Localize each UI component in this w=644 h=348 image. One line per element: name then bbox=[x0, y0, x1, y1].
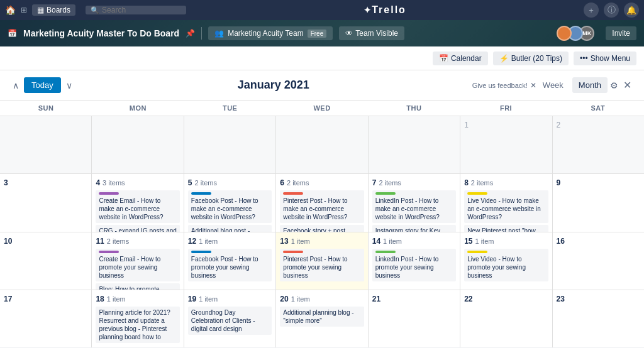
prev-month-btn[interactable]: ∧ bbox=[10, 78, 21, 93]
weekday-sun: SUN bbox=[0, 101, 92, 116]
search-input[interactable] bbox=[102, 6, 177, 14]
date-number: 10 bbox=[4, 237, 12, 246]
card-text: Instagram story for Key ... bbox=[375, 227, 447, 231]
cal-cell[interactable] bbox=[184, 116, 275, 173]
boards-button[interactable]: ▦ Boards bbox=[32, 4, 75, 16]
cal-cell[interactable]: 17 bbox=[0, 290, 91, 347]
butler-btn[interactable]: ⚡ Butler (20 Tips) bbox=[493, 52, 569, 65]
cal-header: ∧ Today ∨ January 2021 Give us feedback!… bbox=[0, 70, 644, 101]
cal-cell[interactable]: 43 itemsCreate Email - How to make an e-… bbox=[92, 174, 183, 231]
calendar-card[interactable]: Additional planning blog - "simple more" bbox=[280, 307, 364, 327]
card-label bbox=[283, 192, 303, 195]
date-number: 11 bbox=[96, 237, 104, 246]
team-badge[interactable]: 👥 Marketing Acuity Team Free bbox=[208, 26, 333, 40]
cal-cell[interactable] bbox=[0, 116, 91, 173]
cal-cell[interactable]: 191 itemGroundhog Day Celebration of Cli… bbox=[184, 290, 275, 347]
cal-cell[interactable]: 82 itemsLive Video - How to make an e-co… bbox=[460, 174, 552, 231]
calendar-card[interactable]: LinkedIn Post - How to promote your sewi… bbox=[372, 249, 456, 281]
dots-icon: ••• bbox=[580, 54, 588, 63]
calendar-card[interactable]: Additional blog post - ... bbox=[188, 225, 272, 231]
cal-cell[interactable]: 52 itemsFacebook Post - How to make an e… bbox=[184, 174, 275, 231]
home-icon2[interactable]: ⊞ bbox=[21, 6, 27, 14]
calendar-card[interactable]: Planning article for 2021? Resurrect and… bbox=[96, 307, 179, 343]
view-tabs: Week Month bbox=[536, 77, 608, 93]
cal-cell[interactable] bbox=[92, 116, 183, 173]
card-text: Facebook Post - How to make an e-commerc… bbox=[191, 197, 258, 220]
cal-cell[interactable]: 121 itemFacebook Post - How to promote y… bbox=[184, 232, 275, 290]
card-text: New Pinterest post "how ... bbox=[467, 227, 543, 231]
date-number: 1 bbox=[464, 121, 469, 129]
today-button[interactable]: Today bbox=[24, 77, 61, 93]
card-text: Create Email - How to promote your sewin… bbox=[99, 256, 160, 279]
cal-cell[interactable]: 3 bbox=[0, 174, 91, 231]
board-title: Marketing Acuity Master To Do Board bbox=[23, 28, 179, 38]
items-count: 1 item bbox=[199, 237, 218, 245]
info-button[interactable]: ⓘ bbox=[604, 3, 619, 18]
cal-cell[interactable]: 72 itemsLinkedIn Post - How to make an e… bbox=[369, 174, 460, 231]
calendar-card[interactable]: Create Email - How to make an e-commerce… bbox=[96, 190, 179, 223]
date-number: 21 bbox=[372, 295, 380, 303]
card-text: Blog: How to promote ... bbox=[99, 286, 166, 290]
items-count: 2 items bbox=[287, 179, 309, 187]
calendar-card[interactable]: Pinterest Post - How to make an e-commer… bbox=[280, 190, 364, 223]
cal-cell[interactable]: 10 bbox=[0, 232, 91, 290]
card-label bbox=[283, 251, 303, 253]
weekday-tue: TUE bbox=[184, 101, 276, 116]
cal-cell[interactable]: 201 itemAdditional planning blog - "simp… bbox=[276, 290, 367, 347]
calendar-card[interactable]: CRG - expand IG posts and FB... bbox=[96, 225, 179, 231]
cal-cell[interactable] bbox=[276, 116, 367, 173]
cal-cell[interactable]: 151 itemLive Video - How to promote your… bbox=[460, 232, 552, 290]
calendar-card[interactable]: Groundhog Day Celebration of Clients - d… bbox=[188, 307, 272, 335]
feedback-close[interactable]: ✕ bbox=[530, 81, 536, 90]
card-text: Create Email - How to make an e-commerce… bbox=[99, 197, 163, 220]
butler-icon: ⚡ bbox=[499, 54, 509, 63]
calendar-card[interactable]: Facebook story + post ... bbox=[280, 225, 364, 231]
items-count: 2 items bbox=[107, 237, 129, 245]
date-number: 16 bbox=[557, 237, 565, 246]
calendar-card[interactable]: Facebook Post - How to promote your sewi… bbox=[188, 249, 272, 281]
calendar-card[interactable]: Facebook Post - How to make an e-commerc… bbox=[188, 190, 272, 223]
notification-button[interactable]: 🔔 bbox=[624, 3, 639, 18]
cal-cell[interactable]: 181 itemPlanning article for 2021? Resur… bbox=[92, 290, 183, 347]
feedback-text: Give us feedback! ✕ bbox=[472, 81, 536, 90]
calendar-card[interactable]: Live Video - How to make an e-commerce w… bbox=[464, 190, 548, 223]
date-number: 19 bbox=[188, 295, 196, 303]
search-box[interactable]: 🔍 bbox=[86, 6, 186, 14]
calendar-card[interactable]: Pinterest Post - How to promote your sew… bbox=[280, 249, 364, 281]
home-icon[interactable]: 🏠 bbox=[5, 5, 16, 15]
calendar-card[interactable]: Instagram story for Key ... bbox=[372, 225, 456, 231]
show-menu-btn[interactable]: ••• Show Menu bbox=[574, 52, 636, 65]
cal-cell[interactable]: 23 bbox=[553, 290, 644, 347]
month-tab[interactable]: Month bbox=[572, 77, 608, 93]
calendar-grid: 12343 itemsCreate Email - How to make an… bbox=[0, 116, 644, 347]
cal-cell[interactable]: 22 bbox=[460, 290, 552, 347]
calendar-card[interactable]: New Pinterest post "how ... bbox=[464, 225, 548, 231]
invite-button[interactable]: Invite bbox=[606, 26, 636, 40]
calendar-card[interactable]: Blog: How to promote ... bbox=[96, 283, 179, 290]
cal-cell[interactable]: 2 bbox=[553, 116, 644, 173]
items-count: 1 item bbox=[291, 295, 310, 303]
cal-cell[interactable] bbox=[369, 116, 460, 173]
visibility-badge[interactable]: 👁 Team Visible bbox=[339, 26, 404, 40]
calendar-card[interactable]: Live Video - How to promote your sewing … bbox=[464, 249, 548, 281]
cal-cell[interactable]: 9 bbox=[553, 174, 644, 231]
cal-cell[interactable]: 141 itemLinkedIn Post - How to promote y… bbox=[369, 232, 460, 290]
calendar-card[interactable]: Create Email - How to promote your sewin… bbox=[96, 249, 179, 281]
settings-button[interactable]: ⚙ bbox=[608, 78, 621, 93]
cal-cell[interactable]: 112 itemsCreate Email - How to promote y… bbox=[92, 232, 183, 290]
calendar-view-btn[interactable]: 📅 Calendar bbox=[433, 52, 488, 65]
cal-cell[interactable]: 131 itemPinterest Post - How to promote … bbox=[276, 232, 367, 290]
card-text: Pinterest Post - How to promote your sew… bbox=[283, 256, 347, 279]
search-icon: 🔍 bbox=[91, 6, 99, 14]
date-number: 5 bbox=[188, 178, 192, 187]
cal-cell[interactable]: 1 bbox=[460, 116, 552, 173]
close-button[interactable]: ✕ bbox=[621, 77, 634, 94]
add-button[interactable]: + bbox=[584, 3, 599, 18]
cal-cell[interactable]: 62 itemsPinterest Post - How to make an … bbox=[276, 174, 367, 231]
cal-cell[interactable]: 16 bbox=[553, 232, 644, 290]
cal-cell[interactable]: 21 bbox=[369, 290, 460, 347]
pin-icon[interactable]: 📌 bbox=[186, 29, 195, 38]
next-month-btn[interactable]: ∨ bbox=[64, 78, 75, 93]
week-tab[interactable]: Week bbox=[536, 77, 570, 93]
calendar-card[interactable]: LinkedIn Post - How to make an e-commerc… bbox=[372, 190, 456, 223]
